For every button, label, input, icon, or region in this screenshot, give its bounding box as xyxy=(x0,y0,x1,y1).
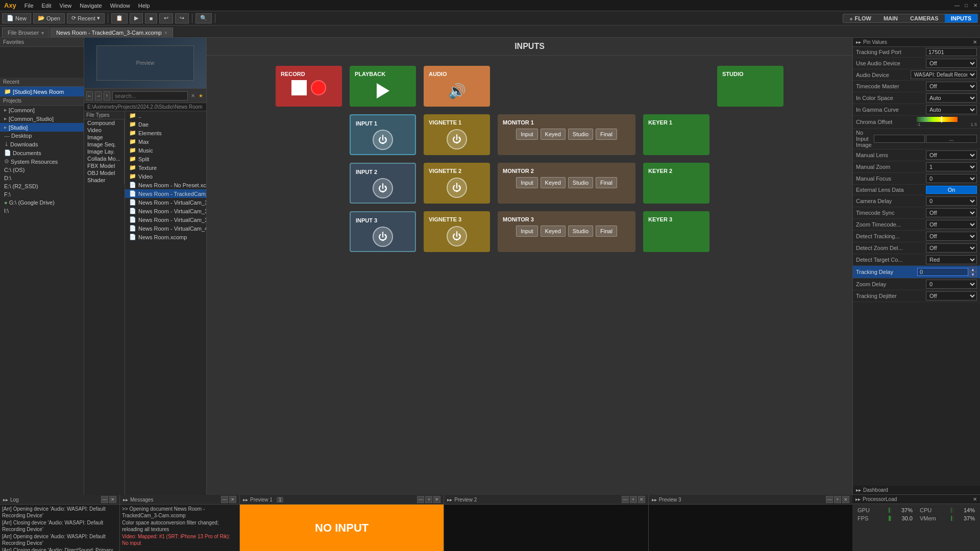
filetype-image[interactable]: Image xyxy=(84,134,124,141)
monitor1-card[interactable]: MONITOR 1 Input Keyed Studio Final xyxy=(498,114,635,155)
record-start-button[interactable] xyxy=(311,80,326,95)
vignette3-card[interactable]: VIGNETTE 3 ⏻ xyxy=(424,211,490,252)
tracking-fwd-port-input[interactable] xyxy=(926,48,977,56)
drive-downloads[interactable]: ⤓Downloads xyxy=(0,140,84,148)
monitor3-studio-button[interactable]: Studio xyxy=(568,226,593,237)
playback-card[interactable]: PLAYBACK xyxy=(350,66,416,107)
detect-tracking-select[interactable]: Off xyxy=(926,232,977,241)
filetype-video[interactable]: Video xyxy=(84,127,124,134)
active-document-tab-close[interactable]: × xyxy=(164,30,167,36)
folder-texture[interactable]: 📁Texture xyxy=(125,163,206,172)
input1-power-button[interactable]: ⏻ xyxy=(373,130,393,150)
recent-studio-item[interactable]: 📁 [Studio]:News Room xyxy=(0,87,84,96)
log-panel-close[interactable]: ✕ xyxy=(109,496,116,503)
drive-documents[interactable]: 📄Documents xyxy=(0,148,84,157)
manual-focus-select[interactable]: 0 xyxy=(926,174,977,183)
menu-file[interactable]: File xyxy=(20,2,38,10)
tracking-dejitter-select[interactable]: Off xyxy=(926,291,977,300)
input1-card[interactable]: INPUT 1 ⏻ xyxy=(350,114,416,155)
timecode-sync-select[interactable]: Off xyxy=(926,208,977,217)
zoom-timecode-select[interactable]: Off xyxy=(926,220,977,229)
log-panel-minus[interactable]: — xyxy=(101,496,108,503)
preview3-minus[interactable]: — xyxy=(826,496,833,503)
monitor1-final-button[interactable]: Final xyxy=(596,129,617,140)
nav-back-button[interactable]: ← xyxy=(86,91,93,101)
folder-dotdot[interactable]: 📁.. xyxy=(125,111,206,120)
preview3-close[interactable]: ✕ xyxy=(842,496,849,503)
monitor3-card[interactable]: MONITOR 3 Input Keyed Studio Final xyxy=(498,211,635,252)
file-bookmark-button[interactable]: ★ xyxy=(198,91,204,101)
monitor2-card[interactable]: MONITOR 2 Input Keyed Studio Final xyxy=(498,163,635,204)
file-virtualcam-rec[interactable]: 📄News Room - VirtualCam_3-Cam_Rec.xcomp xyxy=(125,207,206,215)
in-color-space-select[interactable]: Auto xyxy=(926,93,977,103)
open-button[interactable]: 📂 Open xyxy=(33,13,65,23)
close-button[interactable]: ✕ xyxy=(971,1,980,10)
pin-values-close[interactable]: ✕ xyxy=(973,39,977,45)
tracking-delay-input[interactable] xyxy=(917,268,968,276)
monitor2-input-button[interactable]: Input xyxy=(516,177,537,188)
input2-power-button[interactable]: ⏻ xyxy=(373,178,393,198)
folder-elements[interactable]: 📁Elements xyxy=(125,129,206,137)
file-virtualcam-multi[interactable]: 📄News Room - VirtualCam_4-Cam_MultiB_Rec… xyxy=(125,224,206,233)
monitor3-keyed-button[interactable]: Keyed xyxy=(541,226,566,237)
nav-forward-button[interactable]: → xyxy=(95,91,102,101)
toolbar-icon-2[interactable]: ▶ xyxy=(130,13,143,23)
drive-g[interactable]: ●G:\ (Google Drive) xyxy=(0,198,84,207)
keyer1-card[interactable]: KEYER 1 xyxy=(643,114,709,155)
use-audio-device-select[interactable]: Off xyxy=(926,59,977,68)
folder-split[interactable]: 📁Split xyxy=(125,155,206,163)
file-virtualcam-split[interactable]: 📄News Room - VirtualCam_3-Cam_Split_Rec.… xyxy=(125,215,206,224)
vignette1-card[interactable]: VIGNETTE 1 ⏻ xyxy=(424,114,490,155)
menu-view[interactable]: View xyxy=(56,2,76,10)
playback-play-button[interactable] xyxy=(377,83,389,98)
preview1-plus[interactable]: + xyxy=(425,496,432,503)
project-common-studio[interactable]: ▸[Common_Studio] xyxy=(0,114,84,123)
monitor2-studio-button[interactable]: Studio xyxy=(568,177,593,188)
monitor3-input-button[interactable]: Input xyxy=(516,226,537,237)
drive-d[interactable]: D:\ xyxy=(0,174,84,182)
input2-card[interactable]: INPUT 2 ⏻ xyxy=(350,163,416,204)
folder-dae[interactable]: 📁Dae xyxy=(125,120,206,129)
in-gamma-curve-select[interactable]: Auto xyxy=(926,105,977,114)
drive-e[interactable]: E:\ (R2_SSD) xyxy=(0,182,84,190)
messages-panel-close[interactable]: ✕ xyxy=(229,496,236,503)
maximize-button[interactable]: □ xyxy=(962,1,971,10)
filetype-compound[interactable]: Compound xyxy=(84,119,124,127)
menu-help[interactable]: Help xyxy=(134,2,154,10)
keyer2-card[interactable]: KEYER 2 xyxy=(643,163,709,204)
toolbar-icon-4[interactable]: ↩ xyxy=(159,13,173,23)
zoom-delay-select[interactable]: 0 xyxy=(926,280,977,289)
monitor2-final-button[interactable]: Final xyxy=(596,177,617,188)
filetype-fbx[interactable]: FBX Model xyxy=(84,162,124,169)
file-search-input[interactable] xyxy=(112,91,188,101)
file-virtualcam1[interactable]: 📄News Room - VirtualCam_3-Cam.xcomp xyxy=(125,198,206,207)
tracking-delay-up[interactable]: ▲ xyxy=(969,267,977,272)
manual-lens-select[interactable]: Off xyxy=(926,151,977,160)
monitor1-keyed-button[interactable]: Keyed xyxy=(541,129,566,140)
preview2-plus[interactable]: + xyxy=(630,496,637,503)
input3-power-button[interactable]: ⏻ xyxy=(373,227,393,247)
audio-device-select[interactable]: WASAPI: Default Recording Devi xyxy=(911,70,977,79)
folder-music[interactable]: 📁Music xyxy=(125,146,206,155)
preview2-minus[interactable]: — xyxy=(622,496,629,503)
processor-load-close[interactable]: ✕ xyxy=(973,496,977,502)
messages-panel-minus[interactable]: — xyxy=(221,496,228,503)
filetype-shader[interactable]: Shader xyxy=(84,177,124,184)
monitor1-input-button[interactable]: Input xyxy=(516,129,537,140)
audio-card[interactable]: AUDIO 🔊 xyxy=(424,66,490,107)
record-stop-button[interactable] xyxy=(291,80,307,95)
project-studio[interactable]: ▸[Studio] xyxy=(0,123,84,132)
vignette3-power-button[interactable]: ⏻ xyxy=(447,226,467,246)
vignette1-power-button[interactable]: ⏻ xyxy=(447,129,467,149)
preview3-plus[interactable]: + xyxy=(834,496,841,503)
menu-window[interactable]: Window xyxy=(106,2,134,10)
tab-cameras[interactable]: CAMERAS xyxy=(904,14,945,22)
manual-zoom-select[interactable]: 1 xyxy=(926,162,977,171)
external-lens-data-button[interactable]: On xyxy=(926,186,977,194)
file-trackedcam[interactable]: 📄News Room - TrackedCam_3-Cam.xcomp xyxy=(125,189,206,198)
toolbar-icon-3[interactable]: ■ xyxy=(145,13,158,23)
tab-main[interactable]: MAIN xyxy=(877,14,904,22)
filetype-imageseq[interactable]: Image Seq. xyxy=(84,141,124,148)
preview1-minus[interactable]: — xyxy=(417,496,424,503)
menu-navigate[interactable]: Navigate xyxy=(76,2,106,10)
